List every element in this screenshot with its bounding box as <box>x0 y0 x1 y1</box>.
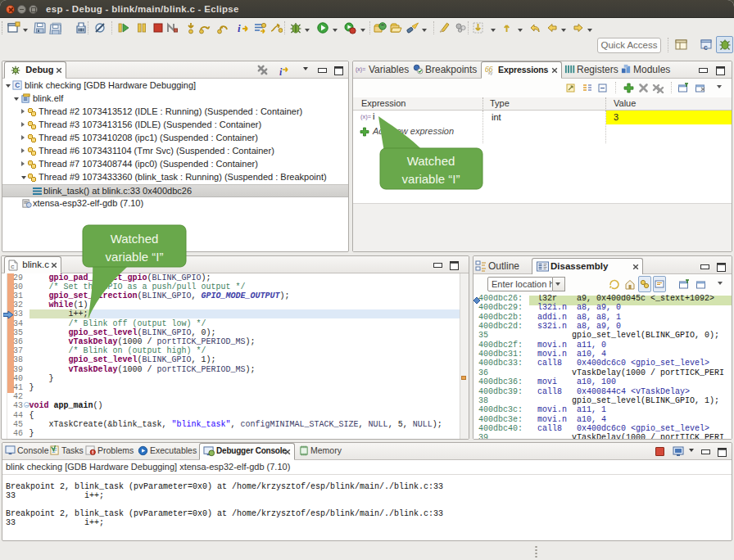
svg-text:Watched: Watched <box>111 232 159 246</box>
svg-text:variable “I”: variable “I” <box>106 250 164 264</box>
svg-text:Watched: Watched <box>407 154 455 168</box>
svg-text:variable “I”: variable “I” <box>402 172 460 186</box>
